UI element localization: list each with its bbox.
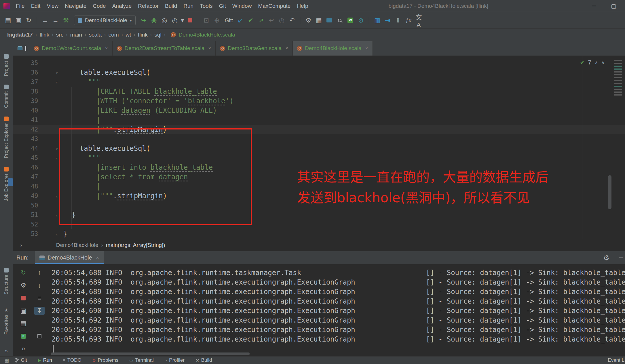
toolwindow-profiler[interactable]: ◔ Profiler (165, 357, 185, 363)
upload-icon[interactable]: ⇧ (393, 17, 403, 24)
fold-icon[interactable]: ▵ (38, 210, 61, 220)
collapse-icon[interactable]: ─ (619, 254, 623, 261)
breadcrumb-com[interactable]: com (109, 32, 119, 38)
editor-scrollbar[interactable] (608, 175, 611, 209)
fold-icon[interactable]: ▵ (38, 191, 61, 201)
translate-icon[interactable]: 文A (413, 12, 424, 29)
fold-icon[interactable]: ▿ (38, 153, 61, 163)
editor-tab-demo2datastreamtotable[interactable]: O Demo2DataStreamToTable.scala × (113, 41, 216, 56)
minimize-icon[interactable]: ─ (592, 3, 596, 9)
breadcrumb-main[interactable]: main (70, 32, 82, 38)
close-icon[interactable]: × (96, 255, 99, 261)
open-icon[interactable]: ▤ (3, 17, 13, 24)
save-icon[interactable]: ▣ (13, 17, 24, 24)
code-line-36[interactable]: 36▿ table.executeSql( (13, 68, 625, 77)
coverage-icon[interactable]: ◎ (159, 17, 170, 24)
up-icon[interactable]: ↑ (38, 269, 41, 277)
menu-window[interactable]: Window (229, 3, 255, 9)
sidebar-item-structure[interactable]: Structure (4, 268, 9, 294)
sidebar-item-project[interactable]: Project (4, 54, 9, 76)
stop-icon[interactable] (188, 18, 192, 22)
rerun-icon[interactable]: ↻ (21, 269, 26, 277)
toolwindow-terminal[interactable]: ▭ Terminal (129, 357, 153, 363)
code-line-39[interactable]: 39 |WITH ('connector' = 'blackhole') (13, 96, 625, 106)
breadcrumb-scala[interactable]: scala (89, 32, 102, 38)
code-editor[interactable]: 3536▿ table.executeSql(37▿ """38 |CREATE… (13, 56, 625, 239)
menu-view[interactable]: View (43, 3, 62, 9)
close-icon[interactable]: × (208, 45, 211, 51)
scroll-to-end-icon[interactable]: ↧ (34, 307, 45, 315)
sidebar-item-commit[interactable]: Commit (4, 85, 9, 108)
breadcrumb-wt[interactable]: wt (126, 32, 131, 38)
git-update-icon[interactable]: ↙ (235, 17, 245, 24)
run-configuration-select[interactable]: Demo4BlackHole ▾ (74, 16, 136, 25)
menu-help[interactable]: Help (294, 3, 311, 9)
menu-run[interactable]: Run (180, 3, 197, 9)
git-revert-icon[interactable]: ↩ (266, 17, 276, 24)
run-icon[interactable]: ↪ (138, 17, 149, 24)
forward-icon[interactable]: → (50, 17, 61, 24)
editor-tab-demo4blackhole[interactable]: O Demo4BlackHole.scala × (293, 41, 373, 56)
toolwindow-git[interactable]: Git (15, 357, 27, 363)
gear-icon[interactable]: ⚙ (603, 254, 609, 262)
code-line-37[interactable]: 37▿ """ (13, 77, 625, 87)
menu-build[interactable]: Build (162, 3, 180, 9)
fold-icon[interactable]: ▵ (38, 229, 61, 239)
fold-icon[interactable]: ▿ (38, 77, 61, 87)
fold-icon[interactable]: ▿ (38, 68, 61, 77)
breadcrumb-src[interactable]: src (56, 32, 63, 38)
expand-icon[interactable]: › (20, 242, 22, 249)
project-structure-icon[interactable]: ▦ (314, 17, 324, 24)
printer-icon[interactable]: ▤ (20, 320, 26, 327)
menu-edit[interactable]: Edit (28, 3, 44, 9)
code-line-35[interactable]: 35 (13, 58, 625, 68)
toolwindow-run[interactable]: ▶ Run (38, 357, 52, 363)
code-line-53[interactable]: 53▵} (13, 229, 625, 239)
search-icon[interactable] (338, 19, 341, 22)
toolwindow-problems[interactable]: ⊘ Problems (92, 357, 119, 363)
breadcrumb-sql[interactable]: sql (154, 32, 161, 38)
menu-refactor[interactable]: Refactor (135, 3, 162, 9)
build-hammer-icon[interactable]: ⚒ (61, 17, 71, 24)
git-commit-icon[interactable]: ✔ (245, 17, 256, 24)
git-history-icon[interactable]: ◷ (276, 17, 287, 24)
breadcrumb-flink[interactable]: flink (138, 32, 148, 38)
more-chevrons-icon[interactable]: » (22, 345, 25, 352)
clear-all-icon[interactable]: × (21, 334, 26, 339)
menu-code[interactable]: Code (90, 3, 109, 9)
down-icon[interactable]: ↓ (38, 282, 41, 289)
attach-icon[interactable]: ⊡ (201, 17, 212, 24)
debug-bug-icon[interactable]: ◉ (149, 17, 159, 24)
fold-icon[interactable]: ▿ (38, 144, 61, 153)
editor-tab-demo3datagen[interactable]: O Demo3DataGen.scala × (216, 41, 293, 56)
settings-wrench-icon[interactable]: ⚙ (303, 17, 314, 24)
sidebar-item-favorites[interactable]: ★ Favorites (4, 308, 9, 335)
stop-icon[interactable] (21, 296, 26, 300)
editor-tab-demo1worecount[interactable]: O Demo1WoreCount.scala × (30, 41, 113, 56)
camera-icon[interactable]: ▣ (20, 307, 26, 315)
code-line-40[interactable]: 40 |LIKE datagen (EXCLUDING ALL) (13, 106, 625, 115)
breadcrumb-class[interactable]: Demo4BlackHole (56, 242, 98, 248)
add-config-icon[interactable]: ⊕ (212, 17, 222, 24)
console-output[interactable]: 20:05:54,688 INFO org.apache.flink.runti… (50, 264, 625, 356)
menu-navigate[interactable]: Navigate (62, 3, 90, 9)
menu-maxcompute[interactable]: MaxCompute (255, 3, 294, 9)
math-fx-icon[interactable]: ƒx (403, 17, 413, 24)
back-icon[interactable]: ← (40, 17, 50, 24)
editor-list-icon[interactable] (18, 46, 22, 50)
profiler-icon[interactable]: ◴ (170, 17, 180, 24)
code-line-41[interactable]: 41 | (13, 115, 625, 125)
close-icon[interactable]: × (105, 45, 108, 51)
step-into-icon[interactable]: ⇥ (382, 17, 393, 24)
run-tab-demo4blackhole[interactable]: Demo4BlackHole × (35, 251, 103, 264)
console-horizontal-scrollbar[interactable] (51, 352, 250, 355)
documentation-icon[interactable]: ▥ (372, 17, 382, 24)
more-chevrons-icon[interactable]: » (5, 348, 8, 354)
toolwindow-toggle-icon[interactable]: ▦ (5, 358, 9, 363)
prev-warning-icon[interactable]: ∧ (595, 60, 598, 65)
maximize-icon[interactable]: ▢ (611, 3, 616, 9)
breadcrumb-bigdata17[interactable]: bigdata17 (7, 32, 33, 38)
trash-icon[interactable] (37, 334, 41, 338)
menu-tools[interactable]: Tools (197, 3, 216, 9)
undo-icon[interactable]: ↶ (287, 17, 297, 24)
